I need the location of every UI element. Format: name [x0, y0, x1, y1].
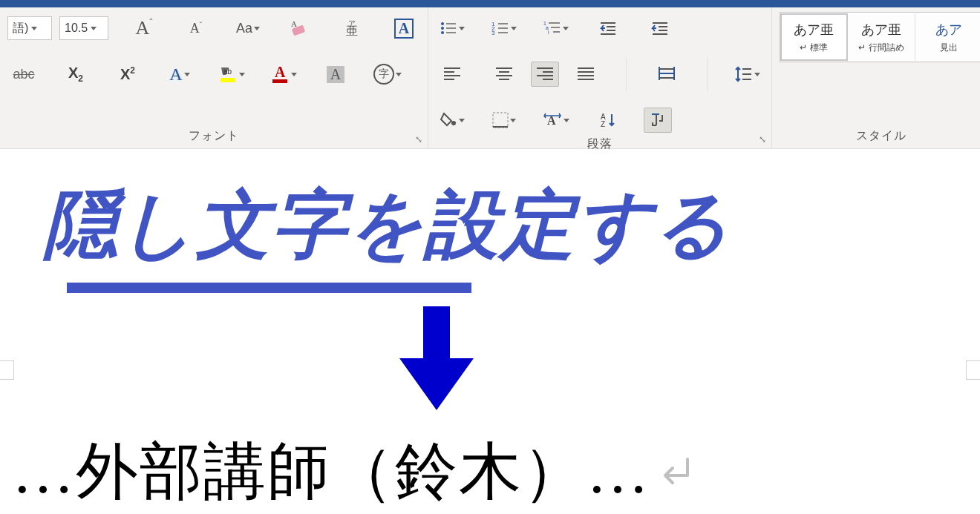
- font-dialog-launcher[interactable]: ⤡: [413, 134, 425, 145]
- font-color-button[interactable]: A: [267, 58, 300, 90]
- separator: [707, 58, 708, 90]
- svg-rect-17: [498, 32, 508, 33]
- document-area[interactable]: 隠し文字を設定する …外部講師（鈴木）…: [0, 149, 980, 514]
- svg-rect-5: [272, 79, 287, 83]
- chevron-down-icon: [511, 27, 517, 30]
- font-name-combo[interactable]: 語): [7, 16, 52, 40]
- subscript-button[interactable]: X2: [59, 58, 92, 90]
- multilevel-list-button[interactable]: 1 a i: [540, 12, 572, 45]
- svg-rect-54: [742, 73, 751, 75]
- highlight-button[interactable]: ab: [215, 58, 248, 90]
- align-right-button[interactable]: [531, 62, 559, 87]
- svg-rect-9: [446, 27, 456, 29]
- chevron-down-icon: [459, 27, 465, 30]
- numbering-icon: 1 2 3: [491, 21, 509, 36]
- ribbon: 語) 10.5 Aˆ Aˇ Aa: [0, 7, 980, 149]
- increase-indent-button[interactable]: [644, 12, 676, 45]
- separator: [626, 58, 627, 90]
- decrease-indent-button[interactable]: [592, 12, 624, 45]
- svg-rect-2: [220, 78, 235, 82]
- dialog-launcher-icon: ⤡: [759, 134, 766, 145]
- strikethrough-button[interactable]: abc: [7, 58, 40, 90]
- text-effects-button[interactable]: A: [163, 58, 196, 90]
- align-center-button[interactable]: [488, 58, 520, 90]
- document-line[interactable]: …外部講師（鈴木）…: [12, 429, 695, 514]
- multilevel-list-icon: 1 a i: [543, 21, 561, 36]
- svg-text:i: i: [548, 30, 549, 35]
- justify-icon: [578, 67, 594, 81]
- shrink-font-button[interactable]: Aˇ: [180, 12, 212, 45]
- svg-rect-27: [601, 33, 615, 35]
- ruler-left-margin-marker[interactable]: [0, 360, 14, 380]
- grow-font-button[interactable]: Aˆ: [128, 12, 160, 45]
- distributed-icon: [659, 67, 675, 82]
- svg-rect-46: [578, 75, 594, 76]
- chevron-down-icon: [754, 73, 760, 76]
- borders-button[interactable]: [488, 104, 520, 136]
- decrease-indent-icon: [599, 21, 617, 36]
- svg-point-56: [451, 121, 456, 125]
- change-case-button[interactable]: Aa: [232, 12, 264, 45]
- chevron-down-icon: [91, 27, 97, 30]
- svg-rect-41: [543, 71, 553, 73]
- clear-formatting-button[interactable]: A: [284, 12, 316, 45]
- svg-rect-49: [659, 73, 675, 74]
- chevron-down-icon: [239, 73, 245, 76]
- font-size-combo[interactable]: 10.5: [59, 16, 108, 40]
- character-border-button[interactable]: A: [388, 12, 420, 45]
- style-preview: あア: [935, 21, 962, 39]
- svg-rect-50: [659, 77, 675, 79]
- svg-rect-35: [444, 79, 454, 80]
- svg-rect-7: [446, 23, 456, 24]
- paragraph-dialog-launcher[interactable]: ⤡: [757, 134, 768, 145]
- paragraph-mark-icon: [658, 453, 695, 490]
- character-spacing-button[interactable]: A: [540, 104, 572, 136]
- svg-rect-57: [493, 113, 508, 128]
- styles-gallery[interactable]: あア亜 ↵ 標準 あア亜 ↵ 行間詰め あア 見出: [780, 12, 980, 62]
- svg-point-10: [441, 31, 444, 34]
- font-group: 語) 10.5 Aˆ Aˇ Aa: [0, 7, 428, 148]
- justify-button[interactable]: [569, 58, 602, 90]
- style-preview: あア亜: [861, 21, 901, 39]
- distributed-button[interactable]: [650, 58, 683, 90]
- svg-rect-39: [499, 79, 509, 80]
- style-item-no-spacing[interactable]: あア亜 ↵ 行間詰め: [848, 13, 915, 61]
- align-left-button[interactable]: [436, 58, 468, 90]
- font-color-icon: A: [270, 65, 290, 84]
- style-item-heading[interactable]: あア 見出: [915, 13, 980, 61]
- dialog-launcher-icon: ⤡: [415, 134, 422, 145]
- style-item-normal[interactable]: あア亜 ↵ 標準: [780, 13, 848, 61]
- grow-font-icon: Aˆ: [136, 17, 153, 39]
- phonetic-guide-icon: ア亜: [346, 20, 358, 36]
- font-group-label: フォント: [7, 128, 420, 147]
- svg-rect-19: [549, 22, 560, 24]
- sort-button[interactable]: A Z: [592, 104, 624, 136]
- svg-point-8: [441, 27, 444, 30]
- line-spacing-button[interactable]: [731, 58, 764, 90]
- superscript-button[interactable]: X2: [111, 58, 144, 90]
- character-shading-button[interactable]: A: [319, 58, 352, 90]
- character-shading-icon: A: [327, 66, 344, 83]
- svg-text:A: A: [275, 65, 286, 80]
- shading-button[interactable]: [436, 104, 468, 136]
- svg-rect-44: [578, 67, 594, 69]
- line-spacing-icon: [735, 66, 753, 82]
- show-paragraph-marks-button[interactable]: [644, 108, 672, 133]
- ruler-right-margin-marker[interactable]: [966, 360, 980, 380]
- svg-rect-47: [578, 79, 594, 80]
- chevron-down-icon: [564, 119, 569, 122]
- enclose-characters-button[interactable]: 字: [371, 58, 404, 90]
- svg-rect-51: [659, 67, 660, 80]
- chevron-down-icon: [510, 119, 516, 122]
- style-name: ↵ 標準: [800, 42, 827, 54]
- numbering-button[interactable]: 1 2 3: [488, 12, 520, 45]
- bullets-button[interactable]: [436, 12, 468, 45]
- enclose-characters-icon: 字: [373, 64, 394, 85]
- subscript-icon: X2: [68, 65, 83, 84]
- style-preview: あア亜: [794, 21, 834, 39]
- styles-group-label: スタイル: [780, 128, 980, 147]
- svg-rect-21: [551, 27, 560, 28]
- eraser-icon: A: [290, 19, 310, 37]
- increase-indent-icon: [651, 21, 669, 36]
- phonetic-guide-button[interactable]: ア亜: [336, 12, 368, 45]
